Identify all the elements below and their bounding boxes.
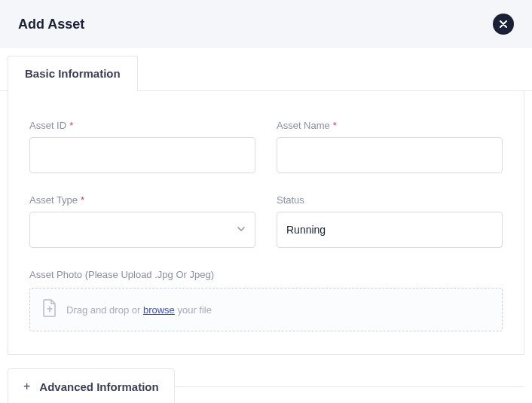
select-value: Running bbox=[286, 224, 326, 236]
field-status: Status Running bbox=[277, 194, 503, 248]
upload-hint-suffix: your file bbox=[175, 304, 212, 316]
basic-information-panel: Asset ID* Asset Name* Asset Type* bbox=[8, 91, 524, 355]
label-asset-name: Asset Name* bbox=[277, 120, 503, 131]
label-text: Asset ID bbox=[29, 120, 66, 131]
chevron-down-icon bbox=[237, 224, 246, 236]
field-asset-photo: Asset Photo (Please Upload .Jpg Or Jpeg)… bbox=[29, 269, 503, 331]
field-asset-type: Asset Type* bbox=[29, 194, 255, 248]
field-asset-name: Asset Name* bbox=[277, 120, 503, 173]
label-asset-photo: Asset Photo (Please Upload .Jpg Or Jpeg) bbox=[29, 269, 503, 280]
select-status[interactable]: Running bbox=[277, 212, 503, 248]
tab-row: Basic Information bbox=[0, 48, 532, 91]
label-text: Status bbox=[277, 194, 304, 206]
form-row: Asset ID* Asset Name* bbox=[29, 120, 503, 173]
upload-hint: Drag and drop or browse your file bbox=[66, 304, 212, 316]
label-text: Asset Type bbox=[29, 194, 78, 206]
label-asset-type: Asset Type* bbox=[29, 194, 255, 206]
input-asset-name[interactable] bbox=[277, 137, 503, 173]
accordion-title: Advanced Information bbox=[39, 380, 158, 393]
required-indicator: * bbox=[333, 120, 337, 131]
accordion-header-advanced[interactable]: + Advanced Information bbox=[8, 368, 175, 403]
form-row: Asset Type* Status Running bbox=[29, 194, 503, 248]
file-upload-icon bbox=[42, 299, 57, 320]
required-indicator: * bbox=[69, 120, 73, 131]
required-indicator: * bbox=[81, 194, 84, 206]
tab-basic-information[interactable]: Basic Information bbox=[8, 56, 138, 91]
label-asset-id: Asset ID* bbox=[29, 120, 255, 131]
browse-link[interactable]: browse bbox=[143, 304, 175, 316]
plus-icon: + bbox=[23, 380, 30, 393]
modal-header: Add Asset bbox=[0, 0, 532, 48]
upload-hint-prefix: Drag and drop or bbox=[66, 304, 143, 316]
input-asset-id[interactable] bbox=[29, 137, 255, 173]
field-asset-id: Asset ID* bbox=[29, 120, 255, 173]
label-status: Status bbox=[277, 194, 503, 206]
accordion-advanced: + Advanced Information bbox=[8, 368, 524, 403]
upload-dropzone[interactable]: Drag and drop or browse your file bbox=[29, 288, 503, 331]
close-button[interactable] bbox=[493, 14, 514, 35]
modal-title: Add Asset bbox=[18, 17, 84, 32]
close-icon bbox=[500, 20, 507, 28]
select-asset-type[interactable] bbox=[29, 212, 255, 248]
label-text: Asset Name bbox=[277, 120, 330, 131]
